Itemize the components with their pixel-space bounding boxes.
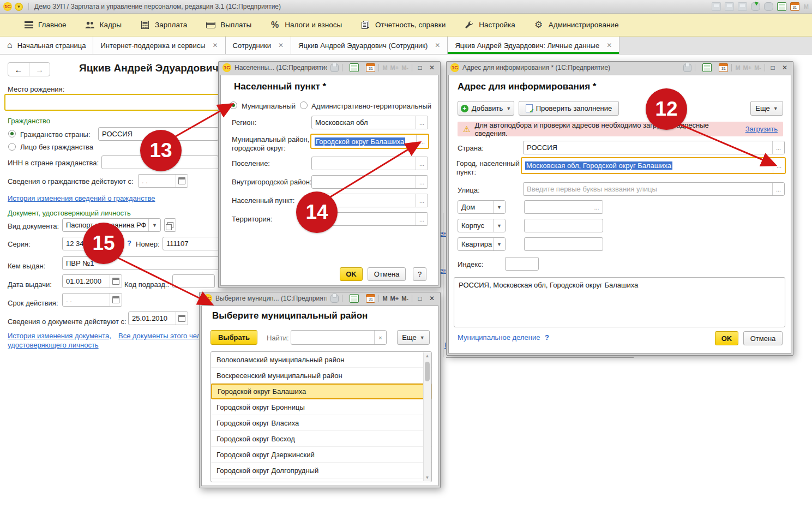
close-icon[interactable]: ✕ bbox=[278, 41, 284, 49]
list-item[interactable]: Городской округ Власиха bbox=[211, 415, 431, 431]
tab-personal-data[interactable]: Яцкив Андрей Эдуардович: Личные данные ✕ bbox=[448, 37, 619, 54]
flat-type-select[interactable]: Квартира ▼ bbox=[458, 237, 506, 251]
calculator-icon[interactable] bbox=[702, 63, 712, 72]
dropdown-icon[interactable]: ▼ bbox=[148, 219, 160, 231]
list-item[interactable]: Городской округ Дзержинский bbox=[211, 447, 431, 463]
list-item[interactable]: Городской округ Бронницы bbox=[211, 399, 431, 415]
ok-button[interactable]: OK bbox=[715, 331, 738, 345]
validity-input[interactable]: . . bbox=[62, 293, 122, 307]
scroll-up-icon[interactable]: ▲ bbox=[424, 352, 431, 360]
ellipsis-button[interactable]: ... bbox=[772, 183, 784, 195]
ellipsis-button[interactable]: ... bbox=[416, 135, 428, 148]
forward-button[interactable]: → bbox=[29, 63, 50, 76]
close-icon[interactable]: ✕ bbox=[428, 64, 436, 71]
administrative-radio[interactable] bbox=[300, 101, 308, 109]
birthplace-input[interactable] bbox=[4, 94, 220, 111]
more-button[interactable]: Еще▼ bbox=[397, 330, 430, 345]
ellipsis-button[interactable]: ... bbox=[416, 116, 428, 129]
address-preview-textarea[interactable]: РОССИЯ, Московская обл, Городской округ … bbox=[454, 277, 785, 327]
check-fill-button[interactable]: Проверить заполнение bbox=[519, 101, 619, 116]
flat-input[interactable] bbox=[524, 237, 603, 251]
calendar-icon[interactable]: 31 bbox=[366, 294, 375, 303]
list-item[interactable]: Волоколамский муниципальный район bbox=[211, 352, 431, 368]
calculator-icon[interactable] bbox=[350, 63, 359, 72]
close-icon[interactable]: ✕ bbox=[213, 41, 218, 49]
calendar-picker-icon[interactable] bbox=[110, 275, 122, 288]
menu-nalogi[interactable]: % Налоги и взносы bbox=[261, 14, 351, 36]
cancel-button[interactable]: Отмена bbox=[368, 267, 406, 281]
maximize-icon[interactable]: □ bbox=[416, 295, 424, 302]
issue-date-input[interactable]: 01.01.2000 bbox=[62, 274, 122, 288]
list-item-selected[interactable]: Городской округ Балашиха bbox=[211, 384, 431, 399]
citizenship-from-input[interactable]: . . bbox=[138, 174, 188, 188]
go-to-link-icon[interactable] bbox=[764, 2, 773, 11]
clear-icon[interactable]: × bbox=[374, 331, 386, 344]
menu-vyplaty[interactable]: Выплаты bbox=[196, 14, 261, 36]
issued-by-input[interactable]: ПВР №1 bbox=[62, 256, 219, 270]
postcode-input[interactable] bbox=[505, 257, 539, 271]
cancel-button[interactable]: Отмена bbox=[743, 331, 783, 345]
menu-administrirovanie[interactable]: ⚙ Администрирование bbox=[525, 14, 628, 36]
country-input[interactable]: РОССИЯ ... bbox=[523, 141, 785, 154]
menu-kadry[interactable]: Кадры bbox=[76, 14, 131, 36]
print-preview-icon[interactable] bbox=[738, 2, 747, 11]
tab-home[interactable]: ⌂ Начальная страница bbox=[0, 37, 93, 54]
doc-from-input[interactable]: 25.01.2010 bbox=[128, 312, 188, 325]
list-item[interactable]: Городской округ Восход bbox=[211, 431, 431, 447]
district-input[interactable]: Городской округ Балашиха ... bbox=[310, 134, 429, 149]
calendar-picker-icon[interactable] bbox=[110, 294, 122, 306]
doc-history-link-line2[interactable]: удостоверяющего личность bbox=[8, 341, 99, 349]
calendar-icon[interactable]: 31 bbox=[790, 2, 799, 11]
maximize-icon[interactable]: □ bbox=[416, 64, 424, 71]
doc-history-link[interactable]: История изменения документа, bbox=[8, 332, 111, 340]
calendar-picker-icon[interactable] bbox=[176, 312, 188, 325]
stateless-radio[interactable] bbox=[8, 143, 16, 151]
print-icon[interactable] bbox=[330, 295, 339, 303]
calendar-icon[interactable]: 31 bbox=[366, 63, 375, 72]
close-icon[interactable]: ✕ bbox=[428, 295, 436, 302]
menu-glavnoe[interactable]: Главное bbox=[15, 14, 76, 36]
get-link-icon[interactable] bbox=[751, 2, 760, 11]
dropdown-icon[interactable]: ▼ bbox=[493, 201, 505, 213]
block-type-select[interactable]: Корпус ▼ bbox=[458, 219, 506, 232]
close-icon[interactable]: ✕ bbox=[606, 41, 612, 49]
menu-nastroyka[interactable]: Настройка bbox=[455, 14, 524, 36]
load-link[interactable]: Загрузить bbox=[745, 125, 778, 133]
print-icon[interactable] bbox=[683, 64, 691, 72]
municipal-division-link[interactable]: Муниципальное деление ? bbox=[458, 333, 549, 342]
window-titlebar[interactable]: 1С Адрес для информирования * (1С:Предпр… bbox=[448, 62, 791, 74]
dept-code-input[interactable] bbox=[172, 274, 215, 288]
number-input[interactable]: 111107 bbox=[163, 237, 219, 250]
ok-button[interactable]: OK bbox=[340, 267, 363, 281]
municipal-radio[interactable] bbox=[230, 101, 237, 109]
list-item[interactable]: Воскресенский муниципальный район bbox=[211, 368, 431, 384]
memory-button[interactable]: M bbox=[804, 3, 809, 10]
list-item[interactable]: Городской округ Долгопрудный bbox=[211, 463, 431, 478]
maximize-icon[interactable]: □ bbox=[768, 64, 777, 71]
window-titlebar[interactable]: 1С Населенны... (1С:Предприятие) 31 MM+M… bbox=[220, 62, 438, 74]
city-input[interactable]: Московская обл, Городской округ Балашиха… bbox=[521, 157, 786, 174]
print-icon[interactable] bbox=[725, 2, 734, 11]
ellipsis-button[interactable]: ... bbox=[416, 176, 428, 188]
calculator-icon[interactable] bbox=[777, 2, 786, 11]
house-type-select[interactable]: Дом ▼ bbox=[458, 200, 506, 214]
city-district-input[interactable]: ... bbox=[311, 175, 428, 189]
citizenship-country-radio[interactable] bbox=[8, 130, 16, 137]
dropdown-icon[interactable]: ▼ bbox=[493, 238, 505, 250]
add-button[interactable]: + Добавить ▼ bbox=[458, 101, 514, 116]
ellipsis-button[interactable]: ... bbox=[772, 141, 784, 154]
menu-otchetnost[interactable]: Отчетность, справки bbox=[351, 14, 455, 36]
memory-buttons[interactable]: MM+M- bbox=[382, 295, 408, 302]
memory-buttons[interactable]: MM+M- bbox=[735, 64, 761, 71]
print-icon[interactable] bbox=[330, 64, 339, 72]
window-titlebar[interactable]: 1С Выберите муницип... (1С:Предприятие) … bbox=[201, 292, 438, 304]
ellipsis-button[interactable]: ... bbox=[416, 194, 428, 207]
help-icon[interactable]: ? bbox=[545, 333, 549, 342]
calendar-picker-icon[interactable] bbox=[176, 175, 188, 187]
find-input[interactable]: × bbox=[291, 330, 387, 345]
tab-employees[interactable]: Сотрудники ✕ bbox=[226, 37, 291, 54]
series-help-icon[interactable]: ? bbox=[127, 239, 131, 247]
memory-buttons[interactable]: MM+M- bbox=[382, 64, 408, 71]
back-button[interactable]: ← bbox=[8, 63, 29, 76]
open-doc-button[interactable] bbox=[164, 218, 176, 232]
